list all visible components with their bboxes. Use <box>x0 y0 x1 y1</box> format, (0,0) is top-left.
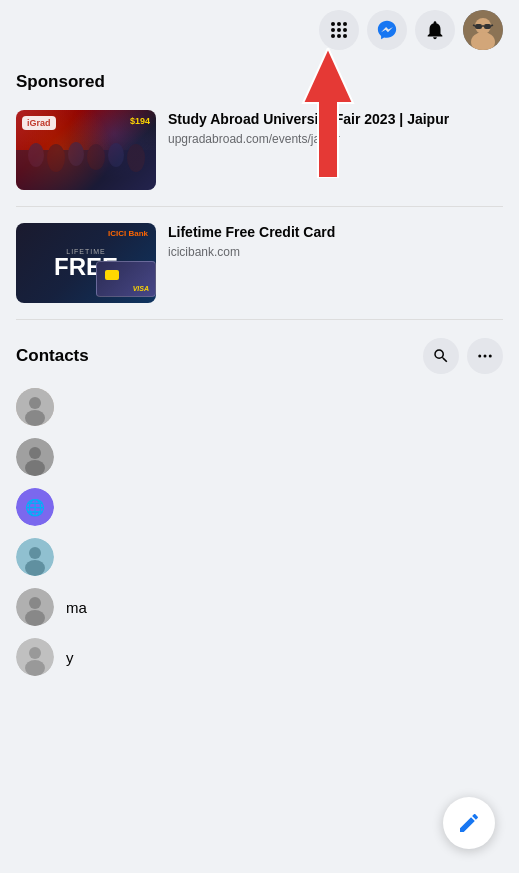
menu-button[interactable] <box>319 10 359 50</box>
svg-point-1 <box>337 22 341 26</box>
ad2-url: icicibank.com <box>168 245 503 259</box>
svg-line-15 <box>473 25 475 26</box>
contact-avatar-4 <box>16 538 54 576</box>
avatar-1-image <box>16 388 54 426</box>
svg-point-37 <box>29 547 41 559</box>
svg-point-23 <box>108 143 124 167</box>
svg-point-43 <box>29 647 41 659</box>
contact-item[interactable]: 🌐 <box>12 482 507 532</box>
contact-avatar-1 <box>16 388 54 426</box>
notifications-button[interactable] <box>415 10 455 50</box>
contact-avatar-6 <box>16 638 54 676</box>
svg-rect-13 <box>484 24 491 29</box>
divider-2 <box>16 319 503 320</box>
avatar-5-image <box>16 588 54 626</box>
header <box>0 0 519 60</box>
svg-point-7 <box>337 34 341 38</box>
svg-point-19 <box>28 143 44 167</box>
messenger-button[interactable] <box>367 10 407 50</box>
main-content: Sponsored iGrad $194 Study Abroad Univer… <box>0 60 519 682</box>
svg-point-33 <box>25 460 45 476</box>
ad1-thumbnail: iGrad $194 <box>16 110 156 190</box>
contact-name-5: ma <box>66 599 87 616</box>
svg-point-32 <box>29 447 41 459</box>
svg-line-16 <box>491 25 493 26</box>
ad2-info: Lifetime Free Credit Card icicibank.com <box>168 223 503 259</box>
contacts-actions <box>423 338 503 374</box>
avatar-3-image: 🌐 <box>16 488 54 526</box>
svg-point-41 <box>25 610 45 626</box>
svg-point-6 <box>331 34 335 38</box>
svg-point-38 <box>25 560 45 576</box>
svg-point-20 <box>47 144 65 172</box>
contact-item[interactable] <box>12 382 507 432</box>
svg-point-8 <box>343 34 347 38</box>
svg-point-27 <box>489 355 492 358</box>
contact-item[interactable] <box>12 432 507 482</box>
avatar-image <box>463 10 503 50</box>
ad-icici[interactable]: ICICI Bank LIFETIME FREE VISA Lifetime F… <box>12 215 507 311</box>
svg-point-2 <box>343 22 347 26</box>
contact-item[interactable] <box>12 532 507 582</box>
ad1-url: upgradabroad.com/events/jaipur <box>168 132 503 146</box>
contact-item[interactable]: ma <box>12 582 507 632</box>
new-message-fab[interactable] <box>443 797 495 849</box>
divider-1 <box>16 206 503 207</box>
svg-point-40 <box>29 597 41 609</box>
contact-item[interactable]: y <box>12 632 507 682</box>
ad1-info: Study Abroad University Fair 2023 | Jaip… <box>168 110 503 146</box>
ad2-visa: VISA <box>133 285 149 292</box>
svg-point-44 <box>25 660 45 676</box>
svg-point-4 <box>337 28 341 32</box>
svg-point-26 <box>484 355 487 358</box>
svg-text:🌐: 🌐 <box>25 498 45 517</box>
svg-point-0 <box>331 22 335 26</box>
sponsored-label: Sponsored <box>12 60 507 102</box>
contacts-header: Contacts <box>12 328 507 382</box>
ad-study-abroad[interactable]: iGrad $194 Study Abroad University Fair … <box>12 102 507 198</box>
contact-avatar-2 <box>16 438 54 476</box>
contact-avatar-5 <box>16 588 54 626</box>
ad2-logo: ICICI Bank <box>108 229 148 238</box>
more-contacts-button[interactable] <box>467 338 503 374</box>
ad1-title: Study Abroad University Fair 2023 | Jaip… <box>168 110 503 128</box>
user-avatar[interactable] <box>463 10 503 50</box>
contact-name-6: y <box>66 649 74 666</box>
svg-rect-12 <box>475 24 482 29</box>
svg-point-5 <box>343 28 347 32</box>
search-contacts-button[interactable] <box>423 338 459 374</box>
svg-point-21 <box>68 142 84 166</box>
svg-point-29 <box>29 397 41 409</box>
svg-point-3 <box>331 28 335 32</box>
contacts-title: Contacts <box>16 346 89 366</box>
avatar-2-image <box>16 438 54 476</box>
svg-point-24 <box>127 144 145 172</box>
svg-point-25 <box>478 355 481 358</box>
ad2-title: Lifetime Free Credit Card <box>168 223 503 241</box>
ad2-card-visual: VISA <box>96 261 156 297</box>
avatar-4-image <box>16 538 54 576</box>
svg-point-22 <box>87 144 105 170</box>
ad2-chip <box>105 270 119 280</box>
svg-point-30 <box>25 410 45 426</box>
avatar-6-image <box>16 638 54 676</box>
ad2-thumbnail: ICICI Bank LIFETIME FREE VISA <box>16 223 156 303</box>
contact-avatar-3: 🌐 <box>16 488 54 526</box>
